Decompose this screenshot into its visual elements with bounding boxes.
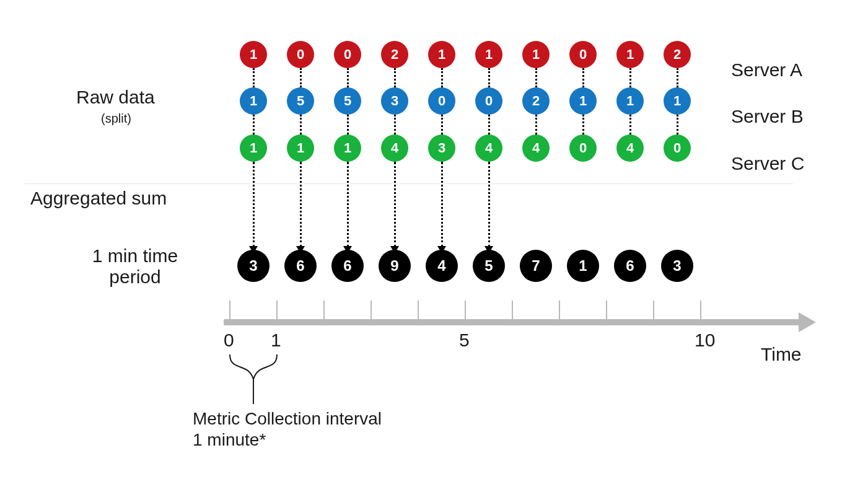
connector-ab-8 [629, 68, 631, 87]
server-c-dot-9: 0 [664, 134, 691, 162]
connector-bc-7 [582, 115, 584, 134]
connector-ab-5 [488, 68, 490, 87]
server-a-dot-6: 1 [522, 41, 550, 68]
server-b-label: Server B [731, 106, 804, 128]
aggregated-dot-4: 4 [426, 250, 458, 282]
aggregated-dot-6: 7 [520, 250, 552, 282]
aggregated-dot-1: 6 [284, 250, 317, 282]
aggregate-arrow-4-arrowhead-icon [437, 246, 446, 253]
raw-data-label: Raw data [76, 87, 155, 108]
aggregated-dot-5: 5 [473, 250, 505, 282]
server-b-dot-6: 2 [522, 87, 550, 115]
aggregate-arrow-0 [253, 162, 255, 247]
interval-label-line2: 1 minute* [193, 430, 266, 450]
server-a-dot-5: 1 [475, 41, 502, 68]
axis-tick-10: 10 [695, 330, 715, 351]
aggregate-arrow-2-arrowhead-icon [343, 246, 352, 253]
aggregate-arrow-3 [394, 162, 396, 247]
diagram-canvas: Raw data (split) Aggregated sum 1 min ti… [0, 0, 868, 497]
server-c-dot-8: 4 [616, 134, 644, 162]
server-b-dot-1: 5 [287, 87, 314, 115]
connector-ab-3 [394, 68, 396, 87]
axis-tick-mark-1 [276, 301, 278, 319]
aggregate-arrow-2 [347, 162, 349, 247]
server-c-dot-6: 4 [522, 134, 550, 162]
server-a-label: Server A [731, 59, 802, 81]
connector-ab-9 [677, 68, 678, 87]
axis-tick-mark-9 [653, 301, 654, 319]
aggregated-dot-3: 9 [379, 250, 411, 282]
server-b-dot-8: 1 [616, 87, 644, 115]
server-a-dot-7: 0 [569, 41, 597, 68]
section-divider [25, 183, 793, 184]
axis-tick-mark-2 [323, 301, 325, 319]
aggregated-dot-8: 6 [614, 250, 646, 282]
aggregate-arrow-5-arrowhead-icon [484, 246, 493, 253]
time-axis-label: Time [761, 344, 802, 366]
server-c-dot-3: 4 [381, 134, 408, 162]
period-label-line2: period [76, 266, 194, 288]
axis-tick-mark-5 [465, 301, 466, 319]
server-a-dot-1: 0 [287, 41, 314, 68]
connector-ab-2 [347, 68, 349, 87]
connector-bc-9 [677, 115, 678, 134]
server-a-dot-3: 2 [381, 41, 408, 68]
axis-tick-mark-7 [559, 301, 560, 319]
aggregated-dot-2: 6 [331, 250, 364, 282]
server-b-dot-0: 1 [240, 87, 267, 115]
server-a-dot-8: 1 [616, 41, 644, 68]
aggregate-arrow-4 [441, 162, 443, 247]
axis-tick-mark-6 [512, 301, 513, 319]
connector-ab-7 [582, 68, 584, 87]
axis-tick-mark-4 [418, 301, 419, 319]
server-c-dot-4: 3 [428, 134, 455, 162]
connector-ab-1 [300, 68, 302, 87]
time-axis-arrowhead-icon [799, 312, 816, 332]
server-b-dot-7: 1 [569, 87, 597, 115]
aggregate-arrow-5 [488, 162, 490, 247]
connector-bc-2 [347, 115, 349, 134]
connector-bc-1 [300, 115, 302, 134]
server-b-dot-2: 5 [334, 87, 361, 115]
connector-bc-4 [441, 115, 443, 134]
period-label-line1: 1 min time [76, 245, 194, 267]
aggregate-arrow-3-arrowhead-icon [390, 246, 399, 253]
aggregated-dot-7: 1 [567, 250, 599, 282]
server-b-dot-5: 0 [475, 87, 502, 115]
server-c-label: Server C [731, 153, 804, 175]
aggregated-dot-0: 3 [237, 250, 270, 282]
connector-ab-4 [441, 68, 443, 87]
time-axis [224, 319, 800, 325]
aggregate-arrow-0-arrowhead-icon [249, 246, 258, 253]
server-c-dot-5: 4 [475, 134, 502, 162]
server-a-dot-2: 0 [334, 41, 361, 68]
connector-bc-8 [629, 115, 631, 134]
aggregated-sum-label: Aggregated sum [30, 188, 167, 209]
axis-tick-0: 0 [224, 330, 234, 351]
interval-label-line1: Metric Collection interval [193, 409, 382, 429]
axis-tick-mark-0 [229, 301, 230, 319]
server-a-dot-9: 2 [664, 41, 691, 68]
connector-bc-3 [394, 115, 396, 134]
server-c-dot-7: 0 [569, 134, 597, 162]
raw-data-split-label: (split) [101, 112, 131, 126]
connector-ab-6 [535, 68, 537, 87]
axis-tick-5: 5 [459, 330, 470, 351]
server-b-dot-9: 1 [664, 87, 691, 115]
connector-bc-6 [535, 115, 537, 134]
aggregated-dot-9: 3 [661, 250, 693, 282]
server-c-dot-2: 1 [334, 134, 361, 162]
server-b-dot-4: 0 [428, 87, 455, 115]
axis-tick-1: 1 [271, 330, 281, 351]
connector-ab-0 [253, 68, 255, 87]
aggregate-arrow-1 [300, 162, 302, 247]
axis-tick-mark-3 [370, 301, 372, 319]
connector-bc-0 [253, 115, 255, 134]
server-c-dot-0: 1 [240, 134, 267, 162]
connector-bc-5 [488, 115, 490, 134]
server-a-dot-4: 1 [428, 41, 455, 68]
aggregate-arrow-1-arrowhead-icon [296, 246, 305, 253]
axis-tick-mark-8 [606, 301, 607, 319]
server-a-dot-0: 1 [240, 41, 267, 68]
server-c-dot-1: 1 [287, 134, 314, 162]
